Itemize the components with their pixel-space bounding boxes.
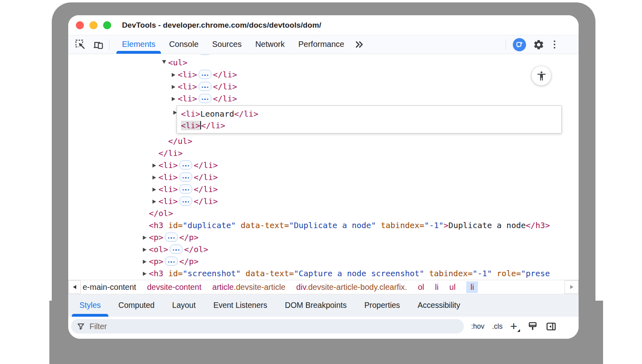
toggle-element-state-button[interactable]: :hov [471,322,484,331]
tab-computed[interactable]: Computed [110,294,163,317]
minimize-window-button[interactable] [89,21,98,29]
styles-pane-tabs: Styles Computed Layout Event Listeners D… [68,294,579,317]
disclosure-right-icon[interactable] [143,231,149,243]
expand-ellipsis-badge[interactable] [199,94,211,103]
disclosure-right-icon[interactable] [143,255,149,267]
dom-tree-row[interactable]: <li></li> [68,183,579,195]
breadcrumb-item-selected[interactable]: li [466,281,478,293]
breadcrumb-scroll-right-button[interactable] [565,280,579,294]
breadcrumb-item[interactable]: ol [418,283,424,292]
dom-tree-row[interactable]: <li></li> [68,195,579,207]
tab-properties[interactable]: Properties [356,294,409,317]
breadcrumb-part: li [435,283,439,291]
dom-token-text: Leonard [200,109,234,119]
dom-tree-row[interactable]: <p></p> [68,255,579,267]
dom-tree-row[interactable]: <li></li> [68,159,579,171]
breadcrumb-item[interactable]: div.devsite-article-body.clearfix. [296,283,407,292]
breadcrumb: e-main-contentdevsite-contentarticle.dev… [81,280,478,294]
dom-tree-row[interactable]: </ul> [68,135,579,147]
breadcrumb-item[interactable]: e-main-content [83,283,136,292]
zoom-window-button[interactable] [103,21,111,29]
expand-ellipsis-badge[interactable] [165,233,178,242]
styles-filter-input[interactable]: Filter [71,319,464,334]
dom-token-tag: <ul> [168,58,187,67]
devtools-window: DevTools - developer.chrome.com/docs/dev… [68,15,579,339]
dom-token-tag: </li> [201,121,225,130]
disclosure-down-icon[interactable] [162,57,168,69]
ai-assistance-icon[interactable] [513,38,526,51]
breadcrumb-scroll-left-button[interactable] [68,280,81,294]
dom-token-tag: </ol> [184,245,208,254]
tab-event-listeners[interactable]: Event Listeners [205,294,276,317]
expand-ellipsis-badge[interactable] [179,184,192,194]
tab-layout[interactable]: Layout [163,294,205,317]
disclosure-right-icon[interactable] [172,69,178,81]
breadcrumb-item[interactable]: li [435,283,439,292]
brush-icon[interactable] [527,321,538,332]
expand-ellipsis-badge[interactable] [170,245,183,254]
disclosure-right-icon[interactable] [152,183,158,195]
dom-tree-row-editing[interactable]: <li>Leonard</li><li></li> [68,105,579,135]
expand-ellipsis-badge[interactable] [179,196,192,206]
tab-sources[interactable]: Sources [205,35,248,54]
expand-ellipsis-badge[interactable] [179,172,192,182]
edit-line-1: <li>Leonard</li> [181,108,561,120]
disclosure-right-icon[interactable] [152,195,158,207]
dom-token-tag: <li> [181,109,200,119]
breadcrumb-item[interactable]: ul [449,283,456,292]
disclosure-right-icon[interactable] [172,81,178,93]
tab-network[interactable]: Network [248,35,291,54]
dom-token-tag: </li> [194,196,218,206]
dom-token-tag: </li> [158,148,183,158]
element-classes-button[interactable]: .cls [492,322,502,331]
dom-token-tag: </li> [234,109,258,119]
disclosure-right-icon[interactable] [143,243,149,255]
disclosure-right-icon[interactable] [152,159,158,171]
dom-tree-row[interactable]: <ol></ol> [68,243,579,255]
dom-tree-row[interactable]: <li></li> [68,93,579,105]
tab-console[interactable]: Console [162,35,205,54]
disclosure-right-icon[interactable] [172,93,178,105]
close-window-button[interactable] [76,21,84,29]
expand-ellipsis-badge[interactable] [199,82,211,91]
accessibility-widget-button[interactable] [532,66,551,85]
dom-tree-row[interactable]: </ol> [68,207,579,219]
toggle-sidebar-icon[interactable] [546,321,557,332]
tab-elements[interactable]: Elements [115,35,162,54]
device-toolbar-icon[interactable] [92,39,104,50]
dom-tree-row[interactable]: <li></li> [68,81,579,93]
edit-as-html-box[interactable]: <li>Leonard</li><li></li> [177,105,562,133]
disclosure-right-icon[interactable] [152,171,158,183]
disclosure-right-icon[interactable] [143,267,149,279]
expand-ellipsis-badge[interactable] [179,160,192,170]
tab-performance[interactable]: Performance [292,35,351,54]
dom-tree-row[interactable]: <li></li> [68,171,579,183]
dom-token-attr: role= [492,269,521,278]
dom-tree-row[interactable]: <p></p> [68,231,579,243]
expand-ellipsis-badge[interactable] [199,70,211,79]
chevron-double-right-icon[interactable] [353,38,365,51]
toolbar-right-icons [506,35,579,54]
inspect-cursor-icon[interactable] [75,39,86,50]
styles-filter-row: Filter :hov .cls + [68,317,579,339]
dom-token-tag: <li> [158,184,178,194]
kebab-menu-icon[interactable] [551,40,558,49]
dom-token-tag: <li> [178,70,197,79]
expand-ellipsis-badge[interactable] [199,54,211,55]
gear-icon[interactable] [533,39,544,51]
tab-accessibility[interactable]: Accessibility [409,294,469,317]
tab-styles[interactable]: Styles [71,294,110,317]
expand-ellipsis-badge[interactable] [165,257,178,266]
breadcrumb-item[interactable]: article.devsite-article [212,283,285,292]
dom-tree-row[interactable]: <ul> [68,57,579,69]
dom-tree-row[interactable]: <h3 id="screenshot" data-text="Capture a… [68,267,579,279]
dom-token-tag: <h3 [149,269,163,278]
breadcrumb-item[interactable]: devsite-content [147,283,201,292]
dom-tree-row[interactable]: <li></li> [68,69,579,81]
dom-tree-row[interactable]: <h3 id="duplicate" data-text="Duplicate … [68,219,579,231]
tab-dom-breakpoints[interactable]: DOM Breakpoints [276,294,356,317]
plus-new-style-rule-icon[interactable]: + [510,320,520,332]
dom-token-text: Duplicate a node [449,220,526,230]
dom-token-tag: <li> [178,94,197,103]
dom-tree-row[interactable]: </li> [68,147,579,159]
